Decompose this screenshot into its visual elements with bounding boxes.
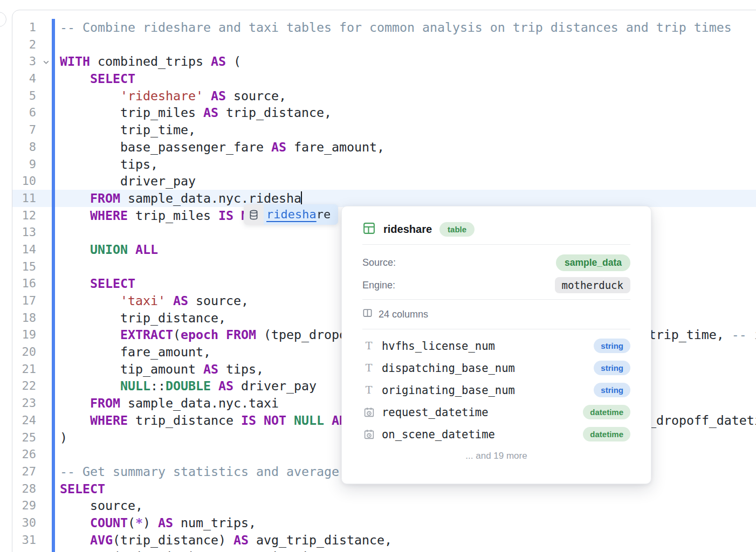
meta-field-label: Source:	[362, 257, 396, 268]
autocomplete-match-text: ridesha	[266, 208, 317, 221]
code-text: UNION ALL	[60, 241, 158, 258]
line-number: 27	[12, 463, 36, 480]
text-type-icon: T	[362, 363, 375, 373]
line-number: 20	[12, 343, 36, 361]
code-line[interactable]: 1-- Combine rideshare and taxi tables fo…	[12, 19, 756, 36]
column-name: on_scene_datetime	[382, 428, 583, 441]
code-text: AVG(trip_distance) AS avg_trip_distance,	[60, 532, 392, 549]
line-number: 26	[12, 446, 36, 463]
code-text: trip_miles AS trip_distance,	[60, 104, 332, 121]
line-number: 14	[12, 241, 36, 258]
autocomplete-suggestion[interactable]: rideshare	[244, 204, 338, 225]
line-number: 5	[12, 87, 36, 105]
code-text: driver_pay	[60, 172, 196, 190]
columns-icon	[362, 308, 373, 321]
code-line[interactable]: 3WITH combined_trips AS (	[12, 53, 756, 70]
code-text: source,	[60, 497, 143, 514]
code-text: SELECT	[60, 480, 105, 498]
divider	[362, 244, 630, 245]
code-text: COUNT(*) AS num_trips,	[60, 514, 256, 532]
code-line[interactable]: 29 source,	[12, 497, 756, 514]
line-number: 31	[12, 532, 36, 549]
autocomplete-item-label: rideshare	[264, 204, 338, 225]
line-number: 6	[12, 104, 36, 121]
meta-field-value: motherduck	[555, 277, 630, 293]
column-type-badge: datetime	[583, 405, 630, 419]
line-number: 21	[12, 361, 36, 378]
text-type-icon: T	[362, 341, 375, 351]
line-number: 1	[12, 19, 36, 36]
code-text: fare_amount,	[60, 343, 211, 361]
line-number: 12	[12, 207, 36, 224]
code-text: AVG(trip_time) AS avg_trip_time,	[60, 548, 332, 552]
code-line[interactable]: 32 AVG(trip_time) AS avg_trip_time,	[12, 548, 756, 552]
table-type-badge: table	[439, 222, 475, 237]
code-line[interactable]: 2	[12, 36, 756, 53]
line-number: 24	[12, 412, 36, 429]
line-number: 10	[12, 172, 36, 190]
code-line[interactable]: 31 AVG(trip_distance) AS avg_trip_distan…	[12, 532, 756, 549]
code-line[interactable]: 30 COUNT(*) AS num_trips,	[12, 514, 756, 532]
columns-count-row: 24 columns	[362, 300, 630, 329]
line-number: 29	[12, 497, 36, 514]
line-number: 22	[12, 377, 36, 395]
line-number: 18	[12, 309, 36, 327]
code-line[interactable]: 8 base_passenger_fare AS fare_amount,	[12, 139, 756, 156]
column-row: request_datetimedatetime	[362, 401, 630, 423]
code-line[interactable]: 10 driver_pay	[12, 172, 756, 190]
gutter-accent-bar	[52, 19, 55, 552]
code-line[interactable]: 7 trip_time,	[12, 121, 756, 139]
code-text: tips,	[60, 156, 158, 173]
line-number: 3	[12, 53, 36, 70]
datetime-icon	[362, 429, 375, 440]
database-icon	[244, 204, 264, 225]
table-title: rideshare	[383, 223, 432, 236]
fold-chevron-icon[interactable]	[40, 53, 51, 70]
line-number: 13	[12, 224, 36, 241]
line-number: 9	[12, 156, 36, 173]
column-name: dispatching_base_num	[382, 362, 594, 375]
line-number: 30	[12, 514, 36, 532]
line-number: 7	[12, 121, 36, 139]
code-text: WITH combined_trips AS (	[60, 53, 241, 70]
text-cursor	[301, 191, 303, 205]
code-text: trip_distance,	[60, 309, 226, 327]
code-text: )	[60, 429, 67, 446]
datetime-icon	[362, 406, 375, 418]
line-number: 19	[12, 326, 36, 343]
columns-count-label: 24 columns	[379, 309, 428, 320]
columns-list: Thvfhs_license_numstringTdispatching_bas…	[362, 335, 630, 445]
code-text: FROM sample_data.nyc.taxi	[60, 395, 279, 412]
divider	[362, 329, 630, 329]
column-type-badge: datetime	[583, 427, 630, 441]
code-text: tip_amount AS tips,	[60, 361, 264, 378]
code-text: 'taxi' AS source,	[60, 292, 249, 309]
column-row: Tdispatching_base_numstring	[362, 357, 630, 379]
table-meta-fields: Source:sample_dataEngine:motherduck	[362, 251, 630, 296]
line-number: 2	[12, 36, 36, 53]
line-number: 8	[12, 139, 36, 156]
column-name: originating_base_num	[382, 384, 594, 397]
line-number: 32	[12, 548, 36, 552]
code-line[interactable]: 9 tips,	[12, 156, 756, 173]
column-type-badge: string	[594, 339, 630, 353]
code-text: NULL::DOUBLE AS driver_pay	[60, 377, 317, 395]
line-number: 28	[12, 480, 36, 498]
code-text: 'rideshare' AS source,	[60, 87, 286, 105]
column-row: on_scene_datetimedatetime	[362, 423, 630, 445]
code-line[interactable]: 4 SELECT	[12, 70, 756, 87]
panel-edge-button[interactable]	[0, 12, 6, 27]
column-row: Toriginating_base_numstring	[362, 379, 630, 401]
meta-field-label: Engine:	[362, 280, 395, 291]
meta-field-row: Engine:motherduck	[362, 274, 630, 296]
column-name: hvfhs_license_num	[382, 340, 594, 353]
line-number: 15	[12, 258, 36, 275]
column-type-badge: string	[594, 361, 630, 375]
code-line[interactable]: 6 trip_miles AS trip_distance,	[12, 104, 756, 121]
code-line[interactable]: 5 'rideshare' AS source,	[12, 87, 756, 105]
code-line-current[interactable]: 11 FROM sample_data.nyc.ridesha	[12, 190, 756, 207]
column-type-badge: string	[594, 383, 630, 397]
text-type-icon: T	[362, 385, 375, 395]
code-text: SELECT	[60, 275, 135, 292]
line-number: 11	[12, 190, 36, 207]
